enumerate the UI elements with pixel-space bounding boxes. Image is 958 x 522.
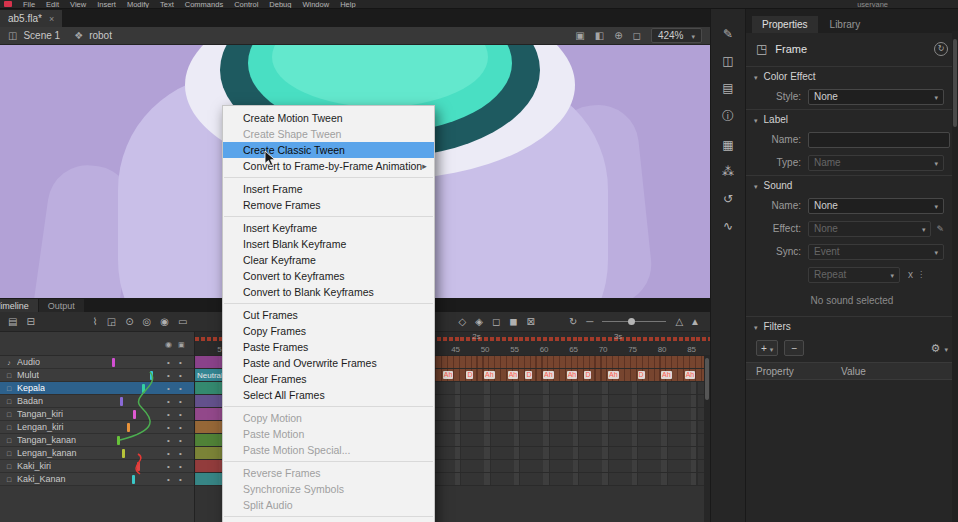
layer-lock-dot[interactable] <box>179 447 182 460</box>
loop-playback-icon[interactable]: ↻ <box>569 316 577 327</box>
camera-layer-icon[interactable]: ◲ <box>107 316 116 327</box>
insert-frame-icon[interactable]: ◻ <box>492 316 500 327</box>
color-effect-header[interactable]: Color Effect <box>746 66 958 86</box>
frame-label-input[interactable] <box>808 132 950 148</box>
close-tab-icon[interactable] <box>49 14 54 24</box>
sound-header[interactable]: Sound <box>746 175 958 195</box>
curves-panel-icon[interactable]: ∿ <box>723 219 733 233</box>
context-item-clear-frames[interactable]: Clear Frames <box>223 371 434 387</box>
layer-visibility-dot[interactable] <box>167 395 170 408</box>
repeat-stepper-icon[interactable] <box>917 270 925 279</box>
layers-panel-icon[interactable]: ▤ <box>722 81 733 95</box>
layer-visibility-dot[interactable] <box>167 408 170 421</box>
frame-size-icon[interactable]: ▲ <box>690 316 700 327</box>
context-item-cut-frames[interactable]: Cut Frames <box>223 307 434 323</box>
context-item-insert-keyframe[interactable]: Insert Keyframe <box>223 220 434 236</box>
outline-mode-icon[interactable]: ◻ <box>633 30 641 41</box>
layer-visibility-dot[interactable] <box>167 356 170 369</box>
slider-thumb[interactable] <box>628 318 635 325</box>
context-item-select-all-frames[interactable]: Select All Frames <box>223 387 434 403</box>
symbol-icon[interactable]: ❖ <box>74 30 83 41</box>
layer-lock-dot[interactable] <box>179 460 182 473</box>
breadcrumb-symbol[interactable]: robot <box>89 30 112 41</box>
layer-lock-dot[interactable] <box>179 369 182 382</box>
tab-library[interactable]: Library <box>820 16 871 33</box>
insert-keyframe-icon[interactable]: ◇ <box>458 316 466 327</box>
layer-row-tangan-kiri[interactable]: □Tangan_kiri <box>0 408 194 421</box>
center-stage-icon[interactable]: ⊕ <box>614 30 622 41</box>
layer-row-lengan-kiri[interactable]: □Lengan_kiri <box>0 421 194 434</box>
tab-properties[interactable]: Properties <box>752 16 818 33</box>
context-item-convert-to-blank-keyframes[interactable]: Convert to Blank Keyframes <box>223 284 434 300</box>
edit-multiple-frames-icon[interactable]: ▭ <box>178 316 187 327</box>
center-playhead-icon[interactable]: ⊙ <box>125 316 133 327</box>
lock-all-icon[interactable] <box>178 340 185 349</box>
grid-panel-icon[interactable]: ▦ <box>722 138 733 152</box>
filter-options-icon[interactable] <box>931 342 941 355</box>
layer-row-kepala[interactable]: □Kepala <box>0 382 194 395</box>
layer-visibility-dot[interactable] <box>167 434 170 447</box>
edit-envelope-icon[interactable] <box>936 224 944 234</box>
menu-commands[interactable]: Commands <box>185 0 223 9</box>
remove-frame-icon[interactable]: ⊠ <box>527 316 535 327</box>
user-account[interactable]: uservane <box>857 0 888 9</box>
context-item-copy-frames[interactable]: Copy Frames <box>223 323 434 339</box>
menu-edit[interactable]: Edit <box>46 0 59 9</box>
sound-name-dropdown[interactable]: None <box>808 198 944 214</box>
add-filter-button[interactable]: + <box>756 340 778 356</box>
layer-visibility-dot[interactable] <box>167 447 170 460</box>
context-item-clear-keyframe[interactable]: Clear Keyframe <box>223 252 434 268</box>
history-panel-icon[interactable]: ↺ <box>723 192 733 206</box>
zoom-out-frames-icon[interactable]: ─ <box>586 316 593 327</box>
document-tab[interactable]: ab5.fla* <box>0 10 63 27</box>
filters-header[interactable]: Filters <box>746 316 958 336</box>
show-hide-all-icon[interactable] <box>165 340 172 349</box>
context-item-paste-frames[interactable]: Paste Frames <box>223 339 434 355</box>
onion-skin-icon[interactable]: ◎ <box>143 316 152 327</box>
onion-outlines-icon[interactable]: ◉ <box>160 316 169 327</box>
menu-file[interactable]: File <box>23 0 35 9</box>
layer-row-audio[interactable]: ♪Audio <box>0 356 194 369</box>
zoom-select[interactable]: 424% <box>651 28 702 43</box>
menu-debug[interactable]: Debug <box>269 0 291 9</box>
layer-row-tangan-kanan[interactable]: □Tangan_kanan <box>0 434 194 447</box>
layer-row-lengan-kanan[interactable]: □Lengan_kanan <box>0 447 194 460</box>
brush-tool-icon[interactable]: ✎ <box>723 27 733 41</box>
menu-control[interactable]: Control <box>234 0 258 9</box>
properties-scrollbar[interactable] <box>952 31 958 522</box>
menu-text[interactable]: Text <box>160 0 174 9</box>
context-item-paste-and-overwrite-frames[interactable]: Paste and Overwrite Frames <box>223 355 434 371</box>
menu-help[interactable]: Help <box>340 0 355 9</box>
layer-lock-dot[interactable] <box>179 382 182 395</box>
info-panel-icon[interactable]: ⓘ <box>722 108 734 125</box>
app-logo-icon[interactable] <box>4 1 12 7</box>
context-item-remove-frames[interactable]: Remove Frames <box>223 197 434 213</box>
auto-keyframe-icon[interactable]: ◼ <box>509 316 517 327</box>
menu-view[interactable]: View <box>70 0 86 9</box>
context-item-insert-blank-keyframe[interactable]: Insert Blank Keyframe <box>223 236 434 252</box>
layer-lock-dot[interactable] <box>179 434 182 447</box>
zoom-in-frames-icon[interactable]: △ <box>675 316 683 327</box>
timeline-zoom-slider[interactable] <box>602 321 666 322</box>
layer-visibility-dot[interactable] <box>167 382 170 395</box>
layer-visibility-dot[interactable] <box>167 421 170 434</box>
scene-icon[interactable]: ◫ <box>8 30 17 41</box>
layer-lock-dot[interactable] <box>179 421 182 434</box>
layer-lock-dot[interactable] <box>179 356 182 369</box>
context-item-create-motion-tween[interactable]: Create Motion Tween <box>223 110 434 126</box>
breadcrumb-scene[interactable]: Scene 1 <box>23 30 60 41</box>
fill-color-icon[interactable]: ◧ <box>595 30 604 41</box>
camera-icon[interactable]: ▣ <box>575 30 584 41</box>
context-item-insert-frame[interactable]: Insert Frame <box>223 181 434 197</box>
context-item-convert-to-frame-by-frame-animation[interactable]: Convert to Frame-by-Frame Animation▸ <box>223 158 434 174</box>
frame-picker-icon[interactable]: ◫ <box>722 54 733 68</box>
style-dropdown[interactable]: None <box>808 89 944 105</box>
tab-timeline[interactable]: Timeline <box>0 299 38 312</box>
puppet-pin-icon[interactable]: ⁂ <box>722 165 734 179</box>
menu-window[interactable]: Window <box>302 0 329 9</box>
scrollbar-thumb[interactable] <box>705 358 709 400</box>
delete-layer-icon[interactable]: ⊟ <box>26 316 34 327</box>
insert-blank-keyframe-icon[interactable]: ◈ <box>475 316 483 327</box>
layer-row-kaki-kiri[interactable]: □Kaki_kiri <box>0 460 194 473</box>
new-layer-icon[interactable]: ▤ <box>8 316 17 327</box>
